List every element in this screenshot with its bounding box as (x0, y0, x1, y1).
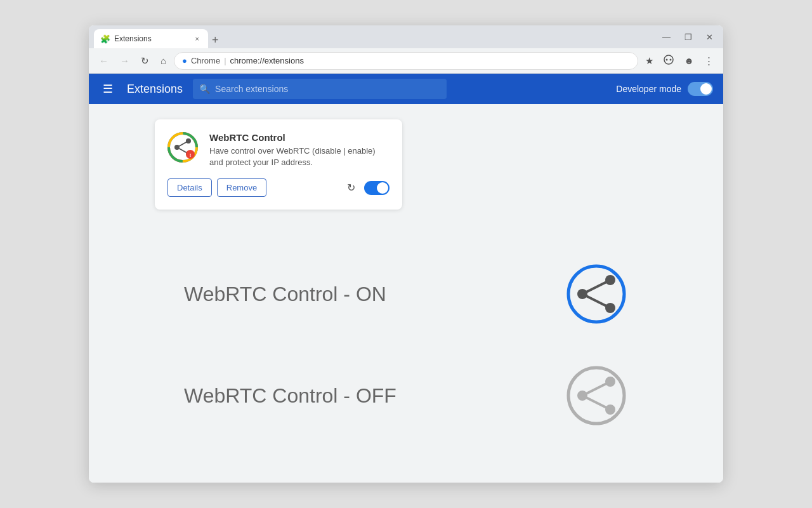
address-bar: ← → ↻ ⌂ ● Chrome | chrome://extensions ★… (89, 48, 723, 74)
state-on-row: WebRTC Control - ON (184, 262, 628, 326)
address-path: chrome://extensions (230, 56, 304, 65)
svg-point-20 (568, 368, 624, 424)
address-divider: | (224, 56, 226, 65)
bookmark-button[interactable]: ★ (642, 52, 657, 69)
state-on-label: WebRTC Control - ON (184, 283, 386, 306)
state-section: WebRTC Control - ON WebRTC Control - OFF (104, 210, 708, 467)
back-button[interactable]: ← (95, 53, 112, 69)
tab-extension-icon: 🧩 (100, 34, 110, 44)
state-on-icon (565, 262, 628, 326)
window-controls: — ❐ ✕ (657, 31, 718, 43)
maximize-button[interactable]: ❐ (679, 31, 697, 43)
extension-card: ! WebRTC Control Have control over WebRT… (155, 119, 402, 210)
svg-point-0 (664, 55, 673, 64)
hamburger-button[interactable]: ☰ (99, 79, 117, 98)
page-content: ! WebRTC Control Have control over WebRT… (89, 104, 723, 483)
browser-window: 🧩 Extensions × + — ❐ ✕ ← → ↻ ⌂ ● Chrome … (89, 25, 723, 483)
extension-toggle-knob (377, 182, 388, 194)
svg-point-14 (568, 266, 624, 322)
ext-info: WebRTC Control Have control over WebRTC … (209, 132, 390, 168)
state-off-label: WebRTC Control - OFF (184, 384, 396, 408)
extensions-tab[interactable]: 🧩 Extensions × (94, 29, 208, 48)
svg-point-1 (666, 59, 668, 61)
svg-line-18 (582, 280, 610, 294)
extensions-title: Extensions (127, 83, 183, 96)
forward-button[interactable]: → (116, 53, 133, 69)
tab-label: Extensions (114, 34, 152, 43)
extensions-header: ☰ Extensions 🔍 Developer mode (89, 74, 723, 104)
svg-line-19 (582, 294, 610, 308)
search-input[interactable] (215, 84, 440, 94)
state-off-row: WebRTC Control - OFF (184, 364, 628, 427)
dev-mode-toggle[interactable] (688, 82, 713, 96)
refresh-extension-button[interactable]: ↻ (343, 179, 359, 196)
tab-close-button[interactable]: × (193, 34, 202, 44)
extension-icon: ! (167, 132, 200, 165)
ext-name: WebRTC Control (209, 132, 390, 143)
details-button[interactable]: Details (167, 178, 212, 197)
dev-mode-toggle-knob (700, 83, 712, 95)
svg-text:!: ! (190, 152, 192, 158)
close-button[interactable]: ✕ (701, 31, 718, 43)
menu-button[interactable]: ⋮ (701, 52, 717, 69)
dev-mode-section: Developer mode (616, 82, 713, 96)
extensions-button[interactable] (660, 52, 677, 69)
profile-button[interactable]: ☻ (681, 52, 697, 69)
address-input[interactable]: ● Chrome | chrome://extensions (174, 52, 638, 70)
svg-line-25 (582, 396, 610, 410)
ext-description: Have control over WebRTC (disable | enab… (209, 145, 390, 168)
search-icon: 🔍 (199, 84, 210, 94)
svg-point-2 (670, 59, 672, 61)
ext-card-footer: Details Remove ↻ (167, 178, 390, 197)
home-button[interactable]: ⌂ (157, 53, 170, 69)
state-off-icon (565, 364, 628, 427)
remove-button[interactable]: Remove (217, 178, 266, 197)
address-icons: ★ ☻ ⋮ (642, 52, 717, 69)
search-box[interactable]: 🔍 (193, 79, 447, 99)
extension-toggle[interactable] (364, 181, 390, 195)
ext-card-header: ! WebRTC Control Have control over WebRT… (167, 132, 390, 168)
new-tab-button[interactable]: + (208, 34, 223, 47)
address-origin: Chrome (191, 56, 220, 65)
svg-line-24 (582, 382, 610, 396)
title-bar: 🧩 Extensions × + — ❐ ✕ (89, 25, 723, 48)
minimize-button[interactable]: — (657, 31, 676, 43)
svg-line-10 (177, 141, 188, 147)
dev-mode-label: Developer mode (616, 84, 681, 94)
tab-strip: 🧩 Extensions × + (94, 25, 655, 48)
reload-button[interactable]: ↻ (137, 53, 153, 69)
